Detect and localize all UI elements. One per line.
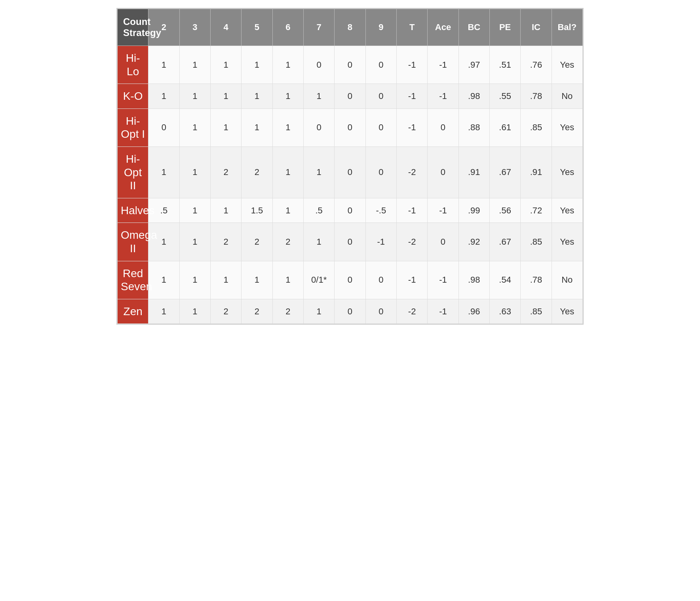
table-cell: .88 <box>458 108 489 146</box>
table-cell: 0 <box>335 46 365 84</box>
table-cell: 2 <box>210 146 241 198</box>
table-cell: 1 <box>210 84 241 109</box>
table-cell: .85 <box>521 223 552 261</box>
table-cell: 2 <box>210 299 241 324</box>
table-cell: .56 <box>489 198 520 223</box>
table-cell: 0 <box>365 108 396 146</box>
table-cell: 1 <box>272 46 303 84</box>
column-header-3: 3 <box>179 9 210 46</box>
table-cell: 1 <box>179 198 210 223</box>
table-cell: .91 <box>521 146 552 198</box>
table-cell: -2 <box>396 223 427 261</box>
strategy-name: Red Seven <box>118 261 148 299</box>
table-cell: 1 <box>148 46 179 84</box>
table-cell: 1 <box>179 261 210 299</box>
table-row: K-O11111100-1-1.98.55.78No <box>118 84 583 109</box>
counting-strategies-table: Count Strategy23456789TAceBCPEICBal? Hi-… <box>116 8 584 325</box>
table-cell: Yes <box>552 299 582 324</box>
table-cell: .55 <box>489 84 520 109</box>
strategy-name: Hi-Lo <box>118 46 148 84</box>
table-row: Omega II1122210-1-20.92.67.85Yes <box>118 223 583 261</box>
table-cell: .78 <box>521 84 552 109</box>
table-cell: 1 <box>210 46 241 84</box>
table-cell: 0 <box>335 223 365 261</box>
table-cell: 0 <box>365 84 396 109</box>
column-header-5: 5 <box>242 9 272 46</box>
column-header-IC: IC <box>521 9 552 46</box>
table-cell: .61 <box>489 108 520 146</box>
table-cell: .54 <box>489 261 520 299</box>
table-cell: 1 <box>303 146 334 198</box>
table-cell: 0 <box>428 223 458 261</box>
table-cell: 1.5 <box>242 198 272 223</box>
table-cell: 0 <box>303 108 334 146</box>
table-cell: .72 <box>521 198 552 223</box>
table-cell: -2 <box>396 299 427 324</box>
table-cell: -1 <box>396 108 427 146</box>
table-cell: 2 <box>272 299 303 324</box>
table-cell: 1 <box>303 299 334 324</box>
table-cell: .85 <box>521 108 552 146</box>
table-cell: -1 <box>428 84 458 109</box>
table-cell: 0 <box>335 84 365 109</box>
table-cell: 1 <box>179 146 210 198</box>
table-cell: 1 <box>179 299 210 324</box>
table-cell: .67 <box>489 146 520 198</box>
table-cell: 0 <box>335 108 365 146</box>
table-cell: 1 <box>179 46 210 84</box>
table-cell: No <box>552 84 582 109</box>
table-cell: 0 <box>335 146 365 198</box>
strategy-name: Hi-Opt II <box>118 146 148 198</box>
table-cell: 0 <box>148 108 179 146</box>
table-cell: 1 <box>272 108 303 146</box>
table-cell: 0 <box>365 261 396 299</box>
table-cell: Yes <box>552 146 582 198</box>
table-cell: 1 <box>148 84 179 109</box>
table-row: Halves.5111.51.50-.5-1-1.99.56.72Yes <box>118 198 583 223</box>
table-cell: No <box>552 261 582 299</box>
table-cell: 1 <box>148 146 179 198</box>
table-cell: 1 <box>210 261 241 299</box>
table-cell: -.5 <box>365 198 396 223</box>
table-cell: 2 <box>242 223 272 261</box>
table-cell: 1 <box>210 108 241 146</box>
table-cell: .98 <box>458 261 489 299</box>
table-row: Hi-Opt I01111000-10.88.61.85Yes <box>118 108 583 146</box>
table-cell: -1 <box>396 198 427 223</box>
table-cell: -1 <box>428 198 458 223</box>
table-cell: 0 <box>335 198 365 223</box>
column-header-Ace: Ace <box>428 9 458 46</box>
strategy-header: Count Strategy <box>118 9 148 46</box>
table-cell: -1 <box>396 84 427 109</box>
strategy-name: Omega II <box>118 223 148 261</box>
table-cell: 1 <box>272 146 303 198</box>
table-header: Count Strategy23456789TAceBCPEICBal? <box>118 9 583 46</box>
strategy-name: K-O <box>118 84 148 109</box>
table-cell: .92 <box>458 223 489 261</box>
table-cell: 1 <box>179 223 210 261</box>
table-cell: 0 <box>428 146 458 198</box>
table-row: Hi-Opt II11221100-20.91.67.91Yes <box>118 146 583 198</box>
table-cell: 1 <box>179 108 210 146</box>
table-cell: Yes <box>552 198 582 223</box>
table-cell: .91 <box>458 146 489 198</box>
table-cell: 1 <box>272 84 303 109</box>
table-cell: -1 <box>428 261 458 299</box>
table-cell: .78 <box>521 261 552 299</box>
table-cell: 1 <box>303 84 334 109</box>
column-header-Bal?: Bal? <box>552 9 582 46</box>
table-cell: 1 <box>242 261 272 299</box>
table-cell: 0 <box>335 299 365 324</box>
column-header-9: 9 <box>365 9 396 46</box>
strategy-name: Zen <box>118 299 148 324</box>
table-cell: .76 <box>521 46 552 84</box>
table-cell: .5 <box>303 198 334 223</box>
table-cell: .97 <box>458 46 489 84</box>
table-row: Hi-Lo11111000-1-1.97.51.76Yes <box>118 46 583 84</box>
column-header-8: 8 <box>335 9 365 46</box>
table-cell: 1 <box>179 84 210 109</box>
column-header-6: 6 <box>272 9 303 46</box>
table-cell: .99 <box>458 198 489 223</box>
table-cell: -1 <box>396 261 427 299</box>
column-header-4: 4 <box>210 9 241 46</box>
